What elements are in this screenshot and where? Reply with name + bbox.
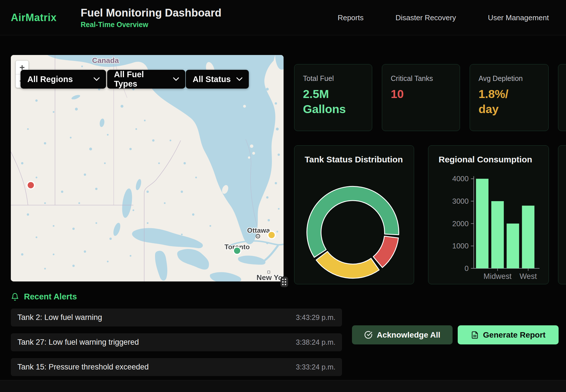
- page-subtitle: Real-Time Overview: [81, 21, 221, 29]
- svg-text:4000: 4000: [452, 175, 469, 183]
- generate-report-button[interactable]: Generate Report: [458, 325, 559, 344]
- regions-filter-dropdown[interactable]: All Regions: [21, 70, 106, 89]
- regions-filter-value: All Regions: [27, 75, 73, 84]
- chevron-down-icon: [93, 77, 100, 81]
- regional-consumption-card: Regional Consumption 01000200030004000Mi…: [428, 145, 549, 284]
- donut-segment-critical: [373, 236, 398, 268]
- clipped-stat-card: [558, 64, 566, 131]
- page-title: Fuel Monitoring Dashboard: [81, 7, 221, 19]
- stat-card-critical-tanks: Critical Tanks 10: [382, 64, 460, 131]
- stat-label: Total Fuel: [303, 74, 363, 83]
- alert-text: Tank 15: Pressure threshold exceeded: [17, 363, 149, 371]
- tank-marker-warning[interactable]: [268, 231, 275, 239]
- map-panel: Canada Ottawa Toronto New York + − All R…: [11, 55, 284, 281]
- stat-value-total-fuel: 2.5M Gallons: [303, 87, 363, 117]
- clipped-chart-card: [558, 145, 566, 284]
- map-label-canada: Canada: [92, 56, 119, 65]
- alert-timestamp: 3:38:24 p.m.: [296, 338, 335, 346]
- recent-alerts-title: Recent Alerts: [24, 292, 77, 301]
- tank-marker-critical[interactable]: [27, 181, 34, 189]
- nav-reports[interactable]: Reports: [338, 13, 364, 22]
- fuel-monitoring-dashboard: AirMatrix Fuel Monitoring Dashboard Real…: [0, 0, 566, 392]
- nav-disaster-recovery[interactable]: Disaster Recovery: [396, 13, 456, 22]
- footer-bar: [0, 380, 566, 392]
- alert-timestamp: 3:43:29 p.m.: [296, 313, 335, 322]
- status-filter-dropdown[interactable]: All Status: [186, 70, 249, 89]
- alert-text: Tank 27: Low fuel warning triggered: [17, 338, 139, 347]
- nav-user-management[interactable]: User Management: [488, 13, 549, 22]
- status-filter-value: All Status: [193, 75, 231, 84]
- stat-card-total-fuel: Total Fuel 2.5M Gallons: [294, 64, 372, 131]
- map-canvas[interactable]: Canada Ottawa Toronto New York: [11, 55, 284, 281]
- alert-row[interactable]: Tank 27: Low fuel warning triggered 3:38…: [11, 333, 342, 351]
- svg-text:1000: 1000: [452, 242, 469, 250]
- map-label-ottawa: Ottawa: [247, 226, 270, 234]
- svg-text:0: 0: [465, 264, 469, 272]
- main-nav: Reports Disaster Recovery User Managemen…: [338, 0, 549, 35]
- file-text-icon: [471, 331, 479, 339]
- fuel-types-filter-value: All Fuel Types: [114, 70, 168, 89]
- svg-text:2000: 2000: [452, 220, 469, 228]
- chevron-down-icon: [173, 77, 179, 81]
- svg-text:West: West: [520, 272, 537, 281]
- fuel-types-filter-dropdown[interactable]: All Fuel Types: [107, 70, 185, 89]
- alert-timestamp: 3:33:24 p.m.: [296, 363, 335, 371]
- alert-text: Tank 2: Low fuel warning: [17, 313, 102, 322]
- stat-label: Critical Tanks: [391, 74, 451, 83]
- map-label-new-york: New York: [256, 273, 284, 281]
- stat-card-avg-depletion: Avg Depletion 1.8%/ day: [470, 64, 549, 131]
- check-circle-icon: [364, 331, 372, 339]
- generate-report-label: Generate Report: [483, 330, 545, 340]
- tank-status-card: Tank Status Distribution: [294, 145, 414, 284]
- alert-row[interactable]: Tank 2: Low fuel warning 3:43:29 p.m.: [11, 309, 342, 326]
- stat-value-avg-depletion: 1.8%/ day: [479, 87, 540, 117]
- svg-text:Midwest: Midwest: [484, 272, 512, 281]
- recent-alerts-header: Recent Alerts: [11, 292, 77, 301]
- tank-status-donut-chart: [294, 146, 414, 284]
- chevron-down-icon: [236, 77, 243, 81]
- bell-icon: [11, 292, 19, 301]
- regional-consumption-bar-chart: 01000200030004000MidwestWest: [428, 146, 549, 284]
- acknowledge-all-button[interactable]: Acknowledge All: [352, 325, 453, 344]
- acknowledge-all-label: Acknowledge All: [377, 330, 440, 340]
- brand-logo: AirMatrix: [11, 0, 57, 35]
- stat-value-critical-tanks: 10: [391, 87, 451, 102]
- alert-row[interactable]: Tank 15: Pressure threshold exceeded 3:3…: [11, 358, 342, 376]
- map-resize-handle[interactable]: [280, 277, 288, 287]
- svg-text:3000: 3000: [452, 197, 469, 205]
- tank-marker-normal[interactable]: [233, 247, 241, 254]
- stat-label: Avg Depletion: [479, 74, 540, 83]
- map-filter-bar: All Regions All Fuel Types All Status: [11, 70, 284, 89]
- title-block: Fuel Monitoring Dashboard Real-Time Over…: [81, 0, 221, 35]
- donut-segment-warning: [316, 252, 379, 278]
- header: AirMatrix Fuel Monitoring Dashboard Real…: [0, 0, 566, 35]
